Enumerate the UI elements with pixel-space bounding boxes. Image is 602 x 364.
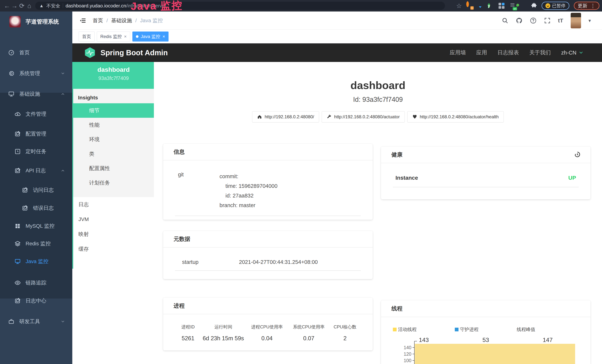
process-value-uptime: 6d 23h 15m 59s bbox=[201, 335, 246, 342]
sba-item-config-props[interactable]: 配置属性 bbox=[73, 161, 154, 176]
screen: ← → ⟳ ⌂ ▲ 不安全 dashboard.yudao.iocoder.cn… bbox=[0, 0, 602, 364]
content: dashboard Id: 93a3fc7f7409 http://192.16… bbox=[154, 62, 602, 364]
heart-icon bbox=[412, 114, 417, 119]
toolbar-right: ☆ 1 y on 已暂停 更新⋮ bbox=[456, 0, 599, 11]
legend-peak: 线程峰值 bbox=[517, 326, 579, 332]
history-icon[interactable] bbox=[574, 151, 581, 158]
tag-redis[interactable]: Redis 监控× bbox=[97, 32, 130, 42]
close-icon[interactable]: × bbox=[162, 34, 165, 39]
sba-item-environment[interactable]: 环境 bbox=[73, 132, 154, 147]
breadcrumb-infra[interactable]: 基础设施 bbox=[111, 17, 132, 24]
layers-icon bbox=[14, 240, 21, 247]
wrench-icon bbox=[327, 114, 332, 119]
schedule-icon bbox=[14, 148, 21, 155]
paused-pill[interactable]: 已暂停 bbox=[542, 2, 569, 10]
extension-on-badge: on bbox=[513, 7, 517, 11]
extension-pin-icon[interactable] bbox=[477, 3, 483, 9]
legend-daemon: 守护进程 bbox=[455, 326, 517, 332]
reload-icon[interactable]: ⟳ bbox=[18, 2, 26, 10]
hamburger-icon[interactable] bbox=[79, 17, 86, 24]
doc-edit-icon bbox=[14, 167, 21, 174]
github-icon[interactable] bbox=[516, 17, 522, 24]
sba-nav-wall[interactable]: 应用墙 bbox=[450, 49, 466, 56]
avatar-caret-icon[interactable]: ▾ bbox=[589, 18, 591, 23]
instance-header[interactable]: dashboard 93a3fc7f7409 bbox=[73, 62, 154, 89]
panel-process-title: 进程 bbox=[163, 298, 373, 314]
address-bar[interactable]: ▲ 不安全 dashboard.yudao.iocoder.cn/infra/a… bbox=[35, 2, 445, 10]
tag-java-active[interactable]: Java 监控× bbox=[132, 32, 169, 42]
sidebar-item-dev-tools[interactable]: 研发工具 bbox=[0, 312, 72, 331]
close-icon[interactable]: × bbox=[124, 34, 127, 39]
sba-item-scheduled-tasks[interactable]: 计划任务 bbox=[73, 176, 154, 190]
sba-language-select[interactable]: zh-CN bbox=[561, 50, 583, 56]
extension-y-icon[interactable]: y bbox=[488, 3, 494, 9]
sidebar-item-api-log[interactable]: API 日志 bbox=[0, 161, 72, 180]
extension-leaf-icon[interactable] bbox=[520, 3, 526, 9]
fullscreen-icon[interactable] bbox=[544, 17, 551, 24]
annotation-java-monitor: Java 监控 bbox=[130, 0, 183, 13]
sidebar-item-files[interactable]: 文件管理 bbox=[0, 105, 72, 123]
sba-nav-apps[interactable]: 应用 bbox=[476, 49, 487, 56]
health-row-instance: Instance UP bbox=[393, 175, 579, 187]
tag-home[interactable]: 首页 bbox=[79, 32, 95, 42]
forward-icon[interactable]: → bbox=[11, 2, 18, 10]
eye-icon bbox=[14, 280, 21, 286]
extension-grid-icon[interactable] bbox=[499, 3, 505, 9]
app-logo-block[interactable]: 芋道管理系统 bbox=[0, 11, 72, 32]
sba-nav-about[interactable]: 关于我们 bbox=[529, 49, 551, 56]
breadcrumb-home[interactable]: 首页 bbox=[93, 17, 103, 24]
home-icon[interactable]: ⌂ bbox=[26, 2, 33, 10]
user-avatar[interactable] bbox=[571, 13, 581, 28]
sidebar-item-java-monitor[interactable]: Java 监控 bbox=[0, 252, 72, 271]
menu-dots-icon[interactable]: ⋮ bbox=[590, 3, 595, 9]
help-icon[interactable] bbox=[530, 17, 537, 24]
sba-item-classes[interactable]: 类 bbox=[73, 147, 154, 161]
sidebar-item-jobs[interactable]: 定时任务 bbox=[0, 142, 72, 161]
update-button[interactable]: 更新⋮ bbox=[574, 2, 599, 10]
info-value: commit: time: 1596289704000 id: 27aa832 … bbox=[219, 171, 361, 210]
security-label[interactable]: 不安全 bbox=[46, 3, 60, 9]
font-size-icon[interactable]: tT bbox=[558, 17, 563, 24]
sba-item-details[interactable]: 细节 bbox=[73, 103, 154, 118]
extension-orange-icon[interactable]: 1 bbox=[466, 3, 473, 9]
sba-item-jvm[interactable]: JVM bbox=[73, 212, 154, 227]
bookmark-star-icon[interactable]: ☆ bbox=[456, 2, 462, 10]
sidebar-item-config[interactable]: 配置管理 bbox=[0, 125, 72, 143]
sidebar-item-access-log[interactable]: 访问日志 bbox=[0, 181, 72, 199]
panel-health-title: 健康 bbox=[381, 147, 591, 163]
sidebar-item-error-log[interactable]: 错误日志 bbox=[0, 199, 72, 217]
sidebar-item-redis[interactable]: Redis 监控 bbox=[0, 234, 72, 253]
active-dot bbox=[136, 35, 139, 38]
svg-text:140: 140 bbox=[404, 345, 411, 350]
process-value-pid: 5261 bbox=[175, 335, 201, 342]
sba-nav-journal[interactable]: 日志报表 bbox=[497, 49, 519, 56]
sba-logo-icon[interactable] bbox=[84, 47, 96, 58]
sidebar-item-system[interactable]: 系统管理 bbox=[0, 64, 72, 83]
service-url-button[interactable]: http://192.168.0.2:48080/ bbox=[252, 111, 319, 122]
warning-icon: ▲ bbox=[39, 3, 44, 8]
sidebar-item-home[interactable]: 首页 bbox=[0, 43, 72, 62]
sidebar-item-mysql[interactable]: MySQL 监控 bbox=[0, 217, 72, 235]
panel-threads: 线程 活动线程 守护进程 线程峰值 143 53 147 bbox=[381, 300, 591, 364]
main-area: 首页 / 基础设施 / Java 监控 tT ▾ 首页 Redis 监控× Ja… bbox=[72, 11, 602, 364]
sidebar-item-log-center[interactable]: 日志中心 bbox=[0, 291, 72, 310]
metadata-label: startup bbox=[175, 259, 239, 265]
health-url-button[interactable]: http://192.168.0.2:48080/actuator/health bbox=[407, 111, 504, 122]
extension-switch-icon[interactable]: on bbox=[509, 3, 516, 9]
sidebar-item-tracing[interactable]: 链路追踪 bbox=[0, 274, 72, 292]
search-icon[interactable] bbox=[502, 17, 508, 24]
process-value-cores: 2 bbox=[329, 335, 361, 342]
extensions-puzzle-icon[interactable] bbox=[531, 3, 537, 9]
sba-item-performance[interactable]: 性能 bbox=[73, 118, 154, 132]
sba-item-caches[interactable]: 缓存 bbox=[73, 242, 154, 257]
sba-item-mappings[interactable]: 映射 bbox=[73, 227, 154, 242]
doc-edit-icon bbox=[14, 298, 21, 304]
monitor-icon bbox=[14, 258, 21, 265]
breadcrumb-current: Java 监控 bbox=[140, 17, 163, 24]
sba-item-logs[interactable]: 日志 bbox=[73, 197, 154, 212]
chevron-down-icon bbox=[61, 71, 65, 75]
actuator-url-button[interactable]: http://192.168.0.2:48080/actuator bbox=[322, 111, 405, 122]
sidebar-item-infra[interactable]: 基础设施 bbox=[0, 85, 72, 103]
sba-brand[interactable]: Spring Boot Admin bbox=[100, 49, 168, 57]
back-icon[interactable]: ← bbox=[3, 2, 11, 10]
